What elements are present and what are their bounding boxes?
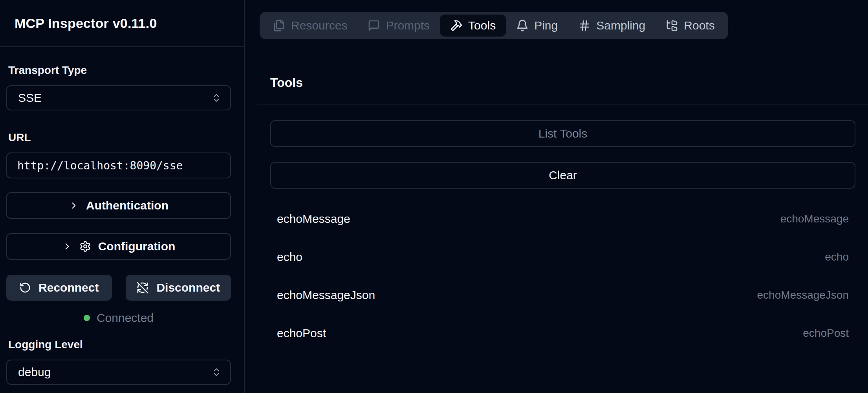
tab-resources[interactable]: Resources [263, 15, 357, 37]
authentication-button[interactable]: Authentication [6, 192, 231, 219]
bell-icon [516, 19, 529, 32]
app-window: MCP Inspector v0.11.0 Transport Type SSE… [0, 0, 868, 393]
tool-name: echoMessage [277, 212, 350, 226]
transport-type-label: Transport Type [8, 64, 231, 77]
logging-level-value: debug [18, 365, 51, 379]
sidebar-header: MCP Inspector v0.11.0 [0, 0, 244, 47]
transport-type-select[interactable]: SSE [6, 85, 231, 110]
tool-row-echomessage[interactable]: echoMessage echoMessage [270, 200, 855, 238]
logging-level-label: Logging Level [8, 338, 231, 351]
folder-tree-icon [666, 19, 678, 32]
reconnect-button[interactable]: Reconnect [6, 275, 112, 301]
tab-ping-label: Ping [534, 19, 558, 32]
tools-heading: Tools [270, 75, 868, 90]
refresh-cw-off-icon [136, 281, 149, 294]
tool-name: echoPost [277, 327, 326, 340]
files-icon [273, 19, 286, 32]
connection-buttons-row: Reconnect Disconnect [6, 275, 231, 301]
tab-bar: Resources Prompts Tools Ping [260, 12, 728, 39]
connected-status-dot [84, 315, 90, 321]
chevrons-up-down-icon [211, 367, 222, 377]
url-input[interactable] [6, 152, 231, 178]
sidebar: MCP Inspector v0.11.0 Transport Type SSE… [0, 0, 245, 393]
tab-resources-label: Resources [291, 19, 347, 32]
app-title: MCP Inspector v0.11.0 [15, 16, 157, 31]
list-tools-button[interactable]: List Tools [270, 120, 855, 147]
tab-prompts-label: Prompts [386, 19, 430, 32]
main-panel: Resources Prompts Tools Ping [245, 0, 868, 393]
gear-icon [79, 241, 91, 252]
tools-list: echoMessage echoMessage echo echo echoMe… [270, 200, 855, 352]
tab-prompts[interactable]: Prompts [357, 15, 440, 37]
tab-roots[interactable]: Roots [656, 15, 725, 37]
tool-row-echomessagejson[interactable]: echoMessageJson echoMessageJson [270, 276, 855, 314]
transport-type-value: SSE [18, 91, 42, 105]
tool-name: echoMessageJson [277, 288, 375, 302]
tab-tools[interactable]: Tools [440, 15, 506, 37]
tab-tools-label: Tools [468, 19, 496, 32]
tool-name: echo [277, 250, 302, 264]
configuration-button[interactable]: Configuration [6, 233, 231, 260]
configuration-button-label: Configuration [98, 240, 176, 253]
chevrons-up-down-icon [211, 93, 222, 103]
rotate-ccw-icon [19, 282, 31, 294]
hash-icon [578, 19, 591, 32]
message-square-icon [368, 19, 380, 32]
tab-roots-label: Roots [684, 19, 714, 32]
tool-row-echo[interactable]: echo echo [270, 238, 855, 276]
tool-description: echo [825, 251, 849, 263]
tool-row-echopost[interactable]: echoPost echoPost [270, 314, 855, 352]
url-label: URL [8, 131, 231, 144]
tab-sampling-label: Sampling [596, 19, 645, 32]
reconnect-button-label: Reconnect [38, 281, 99, 294]
sidebar-body: Transport Type SSE URL Authentication [0, 47, 244, 385]
authentication-button-label: Authentication [86, 199, 168, 212]
hammer-icon [450, 19, 463, 32]
clear-button[interactable]: Clear [270, 162, 855, 189]
heading-divider [257, 105, 868, 105]
connected-status-text: Connected [97, 311, 154, 325]
logging-level-select[interactable]: debug [6, 360, 231, 385]
tool-description: echoPost [803, 327, 849, 340]
tab-ping[interactable]: Ping [506, 15, 568, 37]
disconnect-button[interactable]: Disconnect [126, 275, 231, 301]
tool-description: echoMessage [780, 213, 849, 225]
tab-sampling[interactable]: Sampling [568, 15, 656, 37]
tool-description: echoMessageJson [757, 289, 849, 301]
disconnect-button-label: Disconnect [156, 281, 220, 294]
connection-status: Connected [6, 311, 231, 325]
chevron-right-icon [69, 200, 79, 211]
chevron-right-icon [62, 241, 72, 252]
